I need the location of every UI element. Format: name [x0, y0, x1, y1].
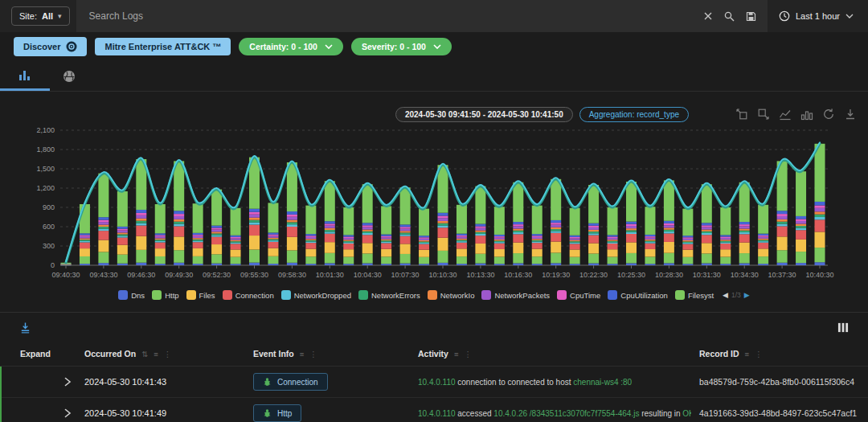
chevron-down-icon	[845, 14, 854, 18]
mitre-attack-button[interactable]: Mitre Enterprise ATT&CK ™	[95, 38, 231, 55]
certainty-filter[interactable]: Certainty: 0 - 100	[239, 38, 343, 55]
menu-icon[interactable]: ≡	[745, 350, 750, 358]
kebab-icon[interactable]: ⋮	[164, 350, 172, 358]
legend-swatch	[557, 290, 567, 300]
expand-chevron-icon[interactable]	[64, 377, 72, 387]
legend-label: NetworkPackets	[494, 291, 550, 300]
svg-text:10:10:30: 10:10:30	[428, 271, 457, 279]
bug-icon	[263, 408, 272, 418]
save-icon[interactable]	[746, 11, 756, 22]
event-type-badge: Http	[253, 404, 301, 422]
legend-label: Http	[165, 291, 178, 300]
tab-chart-view[interactable]	[0, 61, 50, 91]
svg-text:09:58:30: 09:58:30	[278, 271, 306, 279]
legend-item[interactable]: Files	[186, 290, 215, 300]
col-activity: Activity ≡ ⋮	[410, 349, 691, 358]
legend-item[interactable]: Http	[152, 290, 178, 300]
col-expand: Expand	[0, 349, 76, 358]
site-value: All	[42, 11, 53, 21]
legend-swatch	[481, 290, 491, 300]
aggregation-badge[interactable]: Aggregation: record_type	[579, 107, 689, 122]
expand-chevron-icon[interactable]	[64, 408, 72, 418]
clear-search-icon[interactable]	[703, 11, 713, 21]
chart-header-row: 2024-05-30 09:41:50 - 2024-05-30 10:41:5…	[0, 104, 868, 124]
legend-item[interactable]: Filesyst	[675, 290, 714, 300]
legend-label: Dns	[131, 291, 145, 300]
legend-label: NetworkDropped	[294, 291, 351, 300]
svg-text:300: 300	[43, 242, 55, 250]
discover-label: Discover	[23, 42, 60, 51]
table-toolbar	[0, 313, 868, 342]
legend-next-icon[interactable]: ▶	[744, 291, 750, 299]
legend-item[interactable]: Connection	[223, 290, 274, 300]
kebab-icon[interactable]: ⋮	[464, 350, 472, 358]
legend-item[interactable]: NetworkIo	[428, 290, 475, 300]
legend-item[interactable]: NetworkErrors	[358, 290, 420, 300]
column-settings-icon[interactable]	[837, 322, 849, 334]
svg-text:10:22:30: 10:22:30	[579, 271, 608, 279]
svg-text:10:07:30: 10:07:30	[391, 271, 420, 279]
menu-icon[interactable]: ≡	[154, 350, 158, 358]
svg-text:10:31:30: 10:31:30	[693, 271, 721, 279]
filter-bar: Discover Mitre Enterprise ATT&CK ™ Certa…	[0, 32, 868, 61]
svg-text:10:01:30: 10:01:30	[316, 271, 344, 279]
svg-text:0: 0	[51, 261, 55, 269]
svg-text:10:04:30: 10:04:30	[354, 271, 382, 279]
legend-swatch	[118, 290, 128, 300]
bar-chart-tool-icon[interactable]	[800, 108, 813, 121]
discover-button[interactable]: Discover	[14, 37, 87, 56]
svg-text:900: 900	[43, 203, 55, 211]
kebab-icon[interactable]: ⋮	[755, 350, 763, 358]
refresh-icon[interactable]	[822, 108, 835, 121]
table-row[interactable]: 2024-05-30 10:41:43Connection10.4.0.110 …	[0, 367, 868, 398]
svg-text:10:16:30: 10:16:30	[504, 271, 532, 279]
legend-label: CpuTime	[570, 291, 600, 300]
legend-item[interactable]: NetworkPackets	[481, 290, 550, 300]
legend-swatch	[186, 290, 196, 300]
severity-filter[interactable]: Severity: 0 - 100	[351, 38, 452, 55]
chart-legend-items: DnsHttpFilesConnectionNetworkDroppedNetw…	[118, 288, 714, 302]
legend-prev-icon[interactable]: ◀	[723, 291, 728, 299]
legend-label: NetworkIo	[440, 291, 475, 300]
legend-item[interactable]: CpuTime	[557, 290, 600, 300]
col-occurred-on: Occurred On ⇅ ≡ ⋮	[76, 349, 245, 358]
legend-item[interactable]: CpuUtilization	[608, 290, 668, 300]
sort-icon[interactable]: ⇅	[141, 350, 148, 358]
event-type-label: Connection	[277, 378, 318, 387]
chart-panel: 2024-05-30 09:41:50 - 2024-05-30 10:41:5…	[0, 104, 868, 302]
search-bar	[76, 0, 768, 32]
record-id-value: ba48579d-759c-42ba-8fb0-006115f306c4	[691, 377, 868, 387]
svg-text:09:43:30: 09:43:30	[89, 271, 117, 279]
export-table-icon[interactable]	[19, 322, 31, 334]
legend-item[interactable]: NetworkDropped	[281, 290, 351, 300]
svg-text:09:55:30: 09:55:30	[240, 271, 268, 279]
tab-map-view[interactable]	[50, 61, 88, 91]
zoom-out-box-icon[interactable]	[757, 108, 770, 121]
table-row[interactable]: 2024-05-30 10:41:49Http10.4.0.110 access…	[0, 398, 868, 422]
svg-text:09:49:30: 09:49:30	[165, 271, 193, 279]
svg-text:10:34:30: 10:34:30	[731, 271, 759, 279]
date-range-badge: 2024-05-30 09:41:50 - 2024-05-30 10:41:5…	[395, 107, 573, 122]
legend-swatch	[152, 290, 162, 300]
svg-text:09:52:30: 09:52:30	[203, 271, 231, 279]
download-chart-icon[interactable]	[844, 108, 857, 121]
svg-text:2,100: 2,100	[36, 126, 55, 134]
table-header: Expand Occurred On ⇅ ≡ ⋮ Event Info ≡ ⋮ …	[0, 342, 868, 367]
zoom-in-box-icon[interactable]	[735, 108, 748, 121]
traffic-chart[interactable]: 2,1001,8001,5001,200900600300009:40:3009…	[0, 124, 868, 285]
menu-icon[interactable]: ≡	[300, 350, 305, 358]
bug-icon	[263, 377, 272, 387]
legend-swatch	[608, 290, 617, 300]
mitre-label: Mitre Enterprise ATT&CK ™	[104, 42, 221, 51]
time-range-selector[interactable]: Last 1 hour	[768, 10, 868, 22]
legend-page-indicator: 1/3	[731, 291, 741, 299]
line-chart-icon[interactable]	[779, 108, 792, 121]
search-icon[interactable]	[724, 11, 735, 22]
legend-swatch	[281, 290, 291, 300]
menu-icon[interactable]: ≡	[454, 350, 459, 358]
bar-chart-icon	[18, 69, 31, 80]
kebab-icon[interactable]: ⋮	[309, 350, 317, 358]
search-input[interactable]	[88, 10, 695, 23]
legend-item[interactable]: Dns	[118, 290, 145, 300]
site-dropdown[interactable]: Site:All ▾	[11, 6, 70, 26]
